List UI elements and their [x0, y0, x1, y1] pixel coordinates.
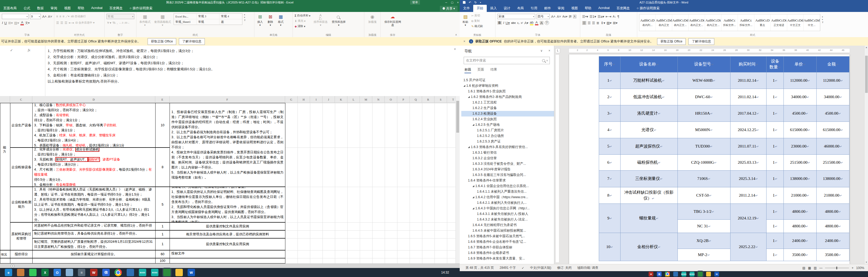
word-tab-开始[interactable]: 开始	[473, 5, 487, 12]
nav-pane-close-icon[interactable]: ×	[549, 49, 550, 53]
align-top-icon[interactable]: ≡	[56, 15, 58, 18]
word-tab-邮件[interactable]: 邮件	[541, 5, 554, 12]
percent-icon[interactable]: %	[113, 21, 116, 25]
taskbar-icon-folder[interactable]	[176, 269, 183, 276]
table-cell[interactable]: 8↵	[599, 187, 621, 204]
expand-icon[interactable]	[472, 185, 474, 187]
number-format-combo[interactable]: 常规▾	[106, 14, 134, 19]
table-cell[interactable]: 2024.12.19↵	[730, 204, 767, 233]
nav-item[interactable]: 1.6.6 资格条件6-企业名称中不包含"辽...	[461, 239, 554, 245]
table-cell[interactable]: 2011.07.11↵	[730, 138, 767, 155]
table-cell[interactable]: 2400.00↵	[816, 233, 849, 249]
nav-item[interactable]: 1.6.4.2 信用中国（https://www.cre...	[461, 194, 554, 200]
table-cell[interactable]: 4800.00↵	[816, 220, 849, 233]
table-header[interactable]: 购买时间↵	[730, 57, 767, 73]
align-middle-icon[interactable]: ≡	[59, 15, 61, 18]
column-header-S[interactable]: S	[435, 96, 447, 103]
sheet-cell[interactable]: 按招标方案规定计算报价得分。	[32, 250, 156, 258]
align-left-icon[interactable]: ☰	[582, 21, 586, 25]
sort-icon[interactable]: A↓	[613, 15, 616, 18]
table-header[interactable]: 单价↵	[783, 57, 816, 73]
expand-icon[interactable]	[468, 96, 470, 98]
column-header-I[interactable]: I	[310, 96, 322, 103]
style-中文...[interactable]: AaBbCcDd中文...	[804, 14, 820, 31]
save-to-baidu-button[interactable]: ☁保存到百度网盘	[382, 13, 403, 27]
sheet-cell[interactable]: 60	[155, 250, 170, 258]
taskbar-icon-boss[interactable]: BOSS	[690, 272, 694, 276]
nav-item[interactable]: 1.6.2.5.3 房产证	[461, 139, 554, 144]
table-cell[interactable]: 251500.00↵	[783, 155, 816, 171]
table-cell[interactable]: HR150A↵	[678, 105, 730, 122]
table-cell[interactable]: 138000.00↵	[816, 171, 849, 187]
word-tab-文件[interactable]: 文件	[460, 5, 473, 12]
superscript-icon[interactable]: x²	[521, 22, 523, 24]
taskbar-icon-excel[interactable]: X	[41, 269, 49, 276]
nav-item[interactable]: 1.6.2.4 营业执照	[461, 116, 554, 122]
table-cell[interactable]: 三坐标测量仪↵	[620, 171, 678, 187]
learn-more-button[interactable]: 了解详细信息	[688, 38, 714, 45]
copy-button[interactable]: ⧉ 复制	[471, 19, 483, 23]
zoom-in-icon[interactable]: +	[851, 266, 854, 270]
sheet-cell[interactable]: 投标文件	[169, 250, 285, 258]
align-right-icon[interactable]: ☰	[65, 21, 68, 25]
table-cell[interactable]: XQ-2B↵	[678, 233, 730, 249]
style-表内正文...[interactable]: AaBbCcDt表内正文...	[705, 14, 721, 31]
taskbar-icon-chrome[interactable]	[665, 272, 670, 276]
phonetic-guide-icon[interactable]: 拼	[569, 15, 572, 19]
find-select-button[interactable]: 查找和选择▾	[331, 13, 347, 29]
formula-bar-collapse-icon[interactable]: ∨	[454, 47, 456, 51]
font-name-combo[interactable]: ▾	[2, 14, 29, 19]
column-header-M[interactable]: M	[360, 96, 372, 103]
zoom-out-icon[interactable]: —	[819, 266, 823, 270]
nav-item[interactable]: 1.6.3.3 没有处于被责令停业、财产...	[461, 161, 554, 167]
sheet-cell[interactable]: 1、力学性能检测：万能试验机/拉伸试验机、冲击试验机、硬度计，每提供1项得1分，…	[32, 147, 156, 187]
decimal-icons[interactable]: ←.0 .00→	[119, 22, 130, 24]
underline-icon[interactable]: U	[4, 21, 7, 25]
word-tab-设计[interactable]: 设计	[500, 5, 514, 12]
table-cell[interactable]: 2017.04.12↵	[730, 105, 767, 122]
table-cell[interactable]: 4500.00↵	[783, 105, 816, 122]
get-genuine-office-button[interactable]: 获取正版 Office	[657, 38, 686, 45]
word-tab-百度网盘[interactable]: 百度网盘	[613, 5, 633, 12]
table-cell[interactable]: 1↵	[599, 73, 621, 89]
line-spacing-icon[interactable]: ⇕▾	[601, 21, 605, 25]
conditional-formatting-button[interactable]: ▦条件格式▾	[138, 13, 152, 27]
table-cell[interactable]: 2↵	[599, 89, 621, 105]
highlight-color-icon[interactable]: ab	[530, 21, 533, 25]
cut-button[interactable]: ✂ 剪切	[471, 13, 483, 18]
nav-item[interactable]: 1.6.2.1 工艺流程	[461, 100, 554, 105]
taskbar-icon-xin[interactable]: 信	[102, 269, 110, 276]
taskbar-icon-app-orange[interactable]	[17, 269, 24, 276]
indent-icons[interactable]: ⇤⇥	[69, 21, 74, 25]
table-cell[interactable]: 1↵	[767, 89, 784, 105]
table-cell[interactable]: 4↵	[599, 122, 621, 138]
collapse-ribbon-icon[interactable]: ∧	[455, 33, 457, 36]
column-header-K[interactable]: K	[335, 96, 347, 103]
word-count[interactable]: 28491 个字	[500, 266, 516, 270]
table-cell[interactable]: 1↵	[767, 138, 784, 155]
table-cell[interactable]: 251500.00↵	[816, 155, 849, 171]
column-header-R[interactable]: R	[422, 96, 435, 103]
taskbar-icon-globe[interactable]	[127, 269, 134, 276]
save-icon[interactable]	[463, 1, 466, 4]
equipment-table[interactable]: 序号↵设备名称↵设备型号↵购买时间↵设备 数量↵单价↵金额↵1↵万能材料试验机↵…	[599, 56, 849, 261]
cell-style-差[interactable]: 差	[219, 19, 242, 25]
comma-icon[interactable]: ,	[117, 21, 118, 25]
taskbar-icon-word[interactable]: W	[188, 269, 195, 276]
sheet-cell[interactable]: 资格证书、劳动合同、社保证明扫描件，原件备查。 1、投标人需提供持证人员的社保证…	[169, 187, 285, 222]
nav-tab-标题[interactable]: 标题	[464, 67, 471, 73]
sheet-cell[interactable]: 1、具有《特种设备检验检测人员证（无损检验检测人员）》（超声波、磁粉、渗透、射线…	[32, 187, 156, 222]
borders-icon[interactable]: ⊞▾	[8, 21, 13, 25]
table-cell[interactable]: 1↵	[767, 155, 784, 171]
sheet-cell[interactable]: 企业检验检测能力	[10, 187, 33, 222]
sheet-cell[interactable]	[10, 258, 33, 264]
fill-color-icon[interactable]: ▨▾	[14, 21, 19, 25]
nav-item[interactable]: 1.6.4.3.1 未被失信被执行人-投标人	[461, 211, 554, 217]
word-tab-审阅[interactable]: 审阅	[554, 5, 568, 12]
taskbar-clock[interactable]: 14:32	[441, 271, 449, 274]
table-cell[interactable]: MP-2↵	[678, 249, 730, 261]
table-cell[interactable]: 2025.03.13↵	[730, 155, 767, 171]
nav-item[interactable]: 1.6.3.5 在最近三年没有与骗取合同...	[461, 172, 554, 178]
nav-pane-options-icon[interactable]: ∨	[540, 49, 542, 53]
table-cell[interactable]: TUD300↵	[678, 138, 730, 155]
